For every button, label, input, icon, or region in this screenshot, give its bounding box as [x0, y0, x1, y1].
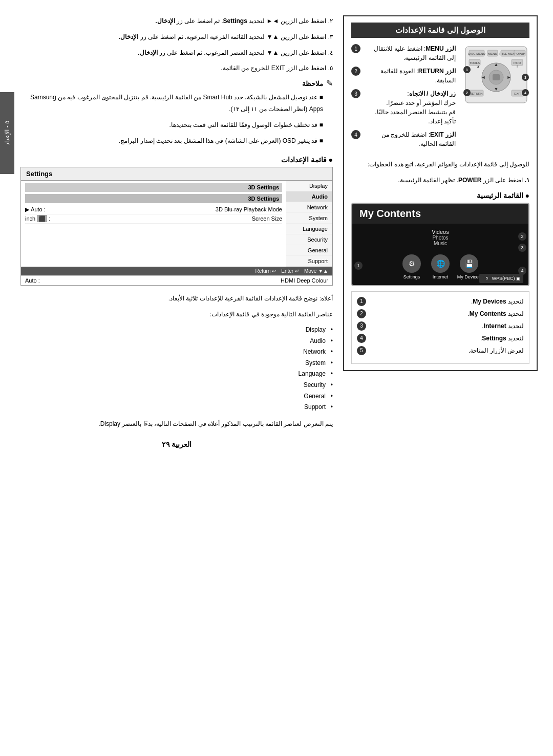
overlay-3: 3 — [518, 242, 526, 252]
num-3: 3 — [351, 89, 360, 98]
hdmi-value: : Auto — [25, 277, 40, 284]
bottom-row-4-text: لتحديد Settings. — [370, 334, 524, 343]
step-2: ٢. اضغط على الزرين ◄► لتحديد Settings. ث… — [20, 15, 333, 27]
menu-item-general: General — [286, 245, 332, 256]
num-1: 1 — [351, 44, 360, 53]
svg-text:2: 2 — [466, 91, 468, 95]
list-item-security: Security — [20, 380, 333, 391]
settings-icon: ⚙ — [402, 254, 421, 273]
overlay-num-3: 3 — [518, 244, 526, 252]
settings-left-menu: Display Audio Network System Language Se… — [286, 181, 332, 267]
my-devices-icon: 💾 — [460, 254, 478, 273]
list-item-support: Support — [20, 402, 333, 413]
overlay-num-1: 1 — [354, 262, 363, 270]
num-item-2: الزر RETURN: العودة للقائمة السابقة. 2 — [351, 67, 456, 85]
list-item-language: Language — [20, 369, 333, 380]
overlay-2: 2 — [518, 231, 526, 241]
footer-move: ▲▼ Move — [304, 268, 328, 274]
note-item-2: ■ قد تختلف خطوات الوصول وفقًا للقائمة ال… — [20, 119, 323, 131]
svg-text:RETURN: RETURN — [470, 92, 483, 95]
right-top-title: الوصول إلى قائمة الإعدادات — [351, 23, 529, 38]
menu-item-language: Language — [286, 224, 332, 234]
bottom-row-4: لتحديد Settings. 4 — [357, 334, 524, 343]
wps-badge: ▣ WPS(PBC) 5 — [479, 274, 523, 283]
settings-note: أعلاه: نوضح قائمة الإعدادات القائمة الفر… — [20, 293, 333, 305]
bottom-row-1-text: لتحديد My Devices. — [370, 297, 524, 306]
settings-row-2-value: : ⬛ inch — [25, 215, 50, 222]
bottom-row-5-text: لعرض الأزرار المتاحة. — [370, 346, 524, 355]
svg-rect-17 — [493, 74, 500, 80]
main-menu-content: Videos Photos Music 💾 My Devices 🌐 Inter… — [352, 224, 528, 285]
step-5: ٥. اضغط على الزر EXIT للخروج من القائمة. — [20, 62, 333, 74]
bottom-row-2-text: لتحديد My Contents. — [370, 309, 524, 318]
num-item-4-text: الزر EXIT: اضغط للخروج من القائمة الحالي… — [365, 130, 456, 148]
settings-bottom-row: HDMI Deep Colour : Auto — [21, 275, 332, 285]
svg-text:EXIT: EXIT — [514, 92, 521, 95]
settings-body: Display Audio Network System Language Se… — [21, 181, 332, 267]
list-item-system: System — [20, 358, 333, 369]
note-title: ملاحظة — [20, 78, 323, 90]
settings-footer: ▲▼ Move ↵ Enter ↩ Return — [21, 267, 332, 275]
wps-badge-icon: ▣ — [516, 275, 521, 280]
note-icon: ✎ — [326, 78, 333, 88]
right-top-box: الوصول إلى قائمة الإعدادات DISC MENU MEN… — [343, 15, 538, 371]
main-menu-title: My Contents — [352, 204, 528, 224]
overlay-4: 4 — [518, 265, 526, 275]
note-item-3: ■ قد يتغير OSD (العرض على الشاشة) في هذا… — [20, 135, 323, 147]
num-2: 2 — [351, 67, 360, 76]
list-item-display: Display — [20, 325, 333, 336]
bottom-num-4: 4 — [357, 334, 366, 343]
svg-text:▼: ▼ — [494, 87, 499, 92]
my-devices-label: My Devices — [457, 274, 481, 279]
bottom-row-3-text: لتحديد Internet. — [370, 321, 524, 331]
menu-item-network: Network — [286, 202, 332, 213]
svg-text:DISC MENU: DISC MENU — [468, 52, 485, 55]
footer-enter: ↵ Enter — [281, 268, 299, 274]
videos-label: Videos — [432, 229, 449, 235]
remote-section: DISC MENU MENU TITLE MENU POPUP TOOLS ▲ — [351, 44, 529, 153]
settings-label: Settings — [403, 274, 420, 279]
bottom-num-1: 1 — [357, 297, 366, 306]
bottom-row-1: لتحديد My Devices. 1 — [357, 297, 524, 306]
settings-item: ⚙ Settings — [399, 254, 424, 279]
step4-num: ٤. — [328, 49, 333, 56]
overlay-num-5: 5 — [483, 275, 491, 282]
menu-item-support: Support — [286, 256, 332, 267]
settings-box: Settings Display Audio Network System La… — [20, 167, 333, 286]
step2-num: ٢. — [328, 17, 333, 25]
svg-text:POPUP: POPUP — [514, 52, 525, 55]
list-item-network: Network — [20, 347, 333, 358]
remote-diagram: DISC MENU MENU TITLE MENU POPUP TOOLS ▲ — [463, 44, 529, 153]
svg-text:1: 1 — [466, 68, 468, 72]
settings-sub-header-2: 3D Settings — [25, 194, 282, 203]
note-content: ملاحظة ■ عند توصيل المشغل بالشبكة، حدد S… — [20, 78, 323, 150]
settings-row-1-value: : Auto ▶ — [25, 206, 46, 213]
settings-sub-header: 3D Settings — [25, 183, 282, 192]
bottom-num-3: 3 — [357, 321, 366, 331]
final-note: يتم التعرض لعناصر القائمة بالترتيب المذك… — [20, 418, 333, 430]
wps-badge-text: WPS(PBC) — [492, 275, 515, 280]
bottom-row-3: لتحديد Internet. 3 — [357, 321, 524, 331]
side-tab: ٥ - الإعداد — [0, 92, 14, 174]
main-menu-box: My Contents Videos Photos Music 💾 My Dev… — [351, 203, 529, 286]
num-item-1-text: الزر MENU: اضغط عليه للانتقال إلى القائم… — [365, 44, 456, 62]
my-devices-item: 💾 My Devices — [456, 254, 482, 279]
menu-item-display: Display — [286, 181, 332, 191]
step3-num: ٣. — [328, 33, 333, 40]
svg-text:MENU: MENU — [488, 52, 497, 55]
settings-row-1-label: 3D Blu-ray Playback Mode — [216, 206, 282, 213]
note-section: ✎ ملاحظة ■ عند توصيل المشغل بالشبكة، حدد… — [20, 78, 333, 150]
hdmi-label: HDMI Deep Colour — [281, 277, 328, 284]
num-item-2-text: الزر RETURN: العودة للقائمة السابقة. — [365, 67, 456, 85]
svg-text:◄: ◄ — [481, 75, 486, 80]
step-3: ٣. اضغط على الزرين ▲▼ لتحديد القائمة الف… — [20, 31, 333, 43]
bottom-num-5: 5 — [357, 346, 366, 355]
step5-num: ٥. — [328, 64, 333, 72]
svg-text:▲: ▲ — [494, 62, 499, 67]
footer-return: ↩ Return — [255, 268, 276, 274]
internet-icon: 🌐 — [431, 254, 450, 273]
menu-item-audio: Audio — [286, 191, 332, 202]
music-label: Music — [434, 241, 447, 246]
left-column: ٢. اضغط على الزرين ◄► لتحديد Settings. ث… — [20, 15, 343, 741]
bottom-numbered-list: لتحديد My Devices. 1 لتحديد My Contents.… — [351, 291, 529, 364]
